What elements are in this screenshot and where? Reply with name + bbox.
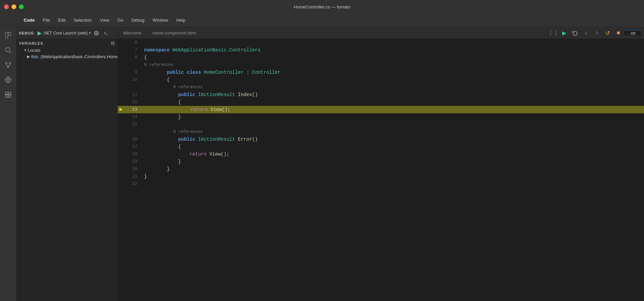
line-content-8: {: [141, 54, 644, 61]
locals-expand-arrow: ▾: [24, 48, 26, 52]
menu-help[interactable]: Help: [173, 16, 189, 24]
code-line-10: 10 {: [118, 76, 644, 84]
collapse-icon[interactable]: ⊟: [111, 41, 115, 46]
svg-rect-12: [8, 95, 11, 97]
breakpoint-area-17: [118, 143, 124, 150]
stop-icon[interactable]: ■: [614, 27, 623, 39]
play-button[interactable]: ▶: [38, 30, 42, 36]
code-line-16: 16 public IActionResult Error(): [118, 136, 644, 143]
code-editor[interactable]: 6 7 namespace WebApplicationBasic.Contro…: [118, 39, 644, 301]
restart-icon[interactable]: ↺: [603, 27, 612, 39]
code-line-9: 9 public class HomeController : Controll…: [118, 69, 644, 76]
more-icon[interactable]: ⋮⋮: [549, 27, 558, 39]
line-number-7: 7: [124, 46, 141, 54]
breakpoint-area-19: [118, 158, 124, 165]
tab-cs[interactable]: .cs: [624, 30, 641, 36]
extensions-activity-icon[interactable]: [3, 89, 14, 100]
step-over-icon[interactable]: [570, 27, 580, 39]
line-content-17: {: [141, 143, 644, 150]
line-number-6: 6: [124, 39, 141, 46]
code-line-12: 12 {: [118, 98, 644, 106]
code-line-21: 21 }: [118, 173, 644, 180]
menu-edit[interactable]: Edit: [54, 16, 69, 24]
line-number-9: 9: [124, 69, 141, 76]
svg-rect-9: [5, 92, 8, 94]
line-content-22: [141, 180, 644, 188]
code-line-7: 7 namespace WebApplicationBasic.Controll…: [118, 46, 644, 54]
menu-window[interactable]: Window: [149, 16, 171, 24]
maximize-button[interactable]: [19, 4, 24, 9]
close-button[interactable]: [4, 4, 9, 9]
activity-bar: [0, 27, 16, 301]
code-line-6: 6: [118, 39, 644, 46]
execution-arrow: ▶: [119, 106, 123, 113]
code-line-19: 19 }: [118, 158, 644, 165]
this-value: {WebApplicationBasic.Controllers.HomeCon…: [41, 54, 117, 59]
breakpoint-area-18: [118, 150, 124, 158]
variables-panel: VARIABLES ⊟ ▾ Locals ▶ this: {WebApplica…: [16, 39, 117, 301]
breakpoint-area-21: [118, 173, 124, 180]
step-out-icon[interactable]: ↑: [592, 27, 601, 39]
breakpoint-area-9: [118, 69, 124, 76]
line-number-20: 20: [124, 165, 141, 173]
breakpoint-area-20: [118, 165, 124, 173]
code-line-18: 18 return View();: [118, 150, 644, 158]
svg-rect-1: [8, 32, 11, 36]
line-content-7: namespace WebApplicationBasic.Controller…: [141, 46, 644, 54]
source-control-activity-icon[interactable]: [3, 60, 14, 70]
app-body: DEBUG ▶ .NET Core Launch (web) ▾: [0, 27, 644, 301]
line-number-15: 15: [124, 121, 141, 128]
line-content-6: [141, 39, 644, 46]
code-line-17: 17 {: [118, 143, 644, 150]
menu-go[interactable]: Go: [114, 16, 127, 24]
code-line-15: 15: [118, 121, 644, 128]
svg-point-4: [5, 62, 7, 64]
panel-header: VARIABLES ⊟: [16, 39, 117, 47]
breakpoint-area-10: [118, 76, 124, 84]
this-tree-item[interactable]: ▶ this: {WebApplicationBasic.Controllers…: [16, 53, 117, 60]
explorer-activity-icon[interactable]: [3, 30, 14, 41]
breakpoint-area-13: ▶: [118, 106, 124, 113]
search-activity-icon[interactable]: [3, 45, 14, 55]
line-number-12: 12: [124, 98, 141, 106]
svg-rect-11: [5, 95, 8, 97]
menu-debug[interactable]: Debug: [128, 16, 148, 24]
panel-title: VARIABLES: [19, 41, 43, 45]
code-line-8: 8 {: [118, 54, 644, 61]
line-content-21: }: [141, 173, 644, 180]
minimize-button[interactable]: [12, 4, 16, 9]
line-content-13: return View();: [142, 106, 644, 113]
menu-view[interactable]: View: [96, 16, 113, 24]
tab-home-component[interactable]: home.component.html: [147, 27, 202, 39]
tab-welcome[interactable]: Welcome: [118, 27, 147, 39]
code-line-22: 22: [118, 180, 644, 188]
remote-activity-icon[interactable]: [3, 74, 14, 85]
terminal-icon[interactable]: [102, 29, 110, 37]
menu-file[interactable]: File: [40, 16, 53, 24]
code-line-11: 11 public IActionResult Index(): [118, 91, 644, 98]
line-content-16: public IActionResult Error(): [141, 136, 644, 143]
line-number-22: 22: [124, 180, 141, 188]
menu-code[interactable]: Code: [20, 16, 38, 24]
code-line-13: ▶ 13 return View();: [118, 106, 644, 113]
breakpoint-area-8: [118, 54, 124, 61]
gear-icon[interactable]: [93, 29, 100, 37]
menu-selection[interactable]: Selection: [70, 16, 95, 24]
references-11: 0 references: [118, 84, 644, 91]
breakpoint-area-16: [118, 136, 124, 143]
line-number-16: 16: [124, 136, 141, 143]
continue-icon[interactable]: ▶: [559, 27, 569, 39]
debug-config: ▶ .NET Core Launch (web) ▾: [38, 30, 91, 36]
svg-point-5: [9, 62, 11, 64]
config-name[interactable]: .NET Core Launch (web): [43, 31, 88, 36]
line-number-13: 13: [124, 106, 141, 113]
step-into-icon[interactable]: ↓: [581, 27, 591, 39]
window-title: HomeController.cs — tomato: [294, 4, 350, 9]
line-content-10: {: [141, 76, 644, 84]
breakpoint-area-7: [118, 46, 124, 54]
config-chevron-icon: ▾: [89, 31, 91, 35]
traffic-lights: [4, 4, 24, 9]
debug-label: DEBUG: [19, 31, 34, 35]
locals-item[interactable]: ▾ Locals: [16, 47, 117, 53]
line-content-18: return View();: [141, 150, 644, 158]
